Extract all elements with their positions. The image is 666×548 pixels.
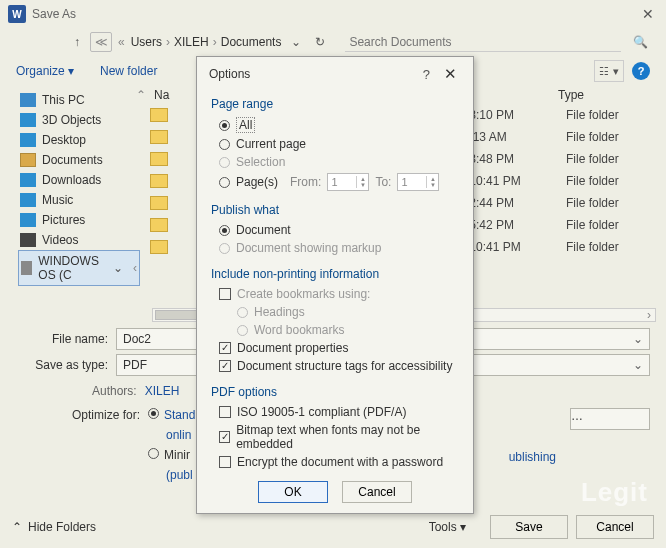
sidebar-item-3d-objects[interactable]: 3D Objects [18, 110, 140, 130]
sidebar-item-pictures[interactable]: Pictures [18, 210, 140, 230]
word-icon: W [8, 5, 26, 23]
to-label: To: [375, 175, 391, 189]
chevron-left-icon[interactable]: ‹ [129, 261, 137, 275]
section-publish-what: Publish what [211, 203, 459, 217]
radio-pages[interactable]: Page(s) From: ▲▼ To: ▲▼ [211, 171, 459, 193]
column-type[interactable]: Type [558, 88, 658, 102]
bottom-bar: ⌃Hide Folders Tools ▾ Save Cancel [0, 512, 666, 542]
radio-selection: Selection [211, 153, 459, 171]
crumb-xileh[interactable]: XILEH [174, 35, 209, 49]
options-dialog: Options ? ✕ Page range All Current page … [196, 56, 474, 514]
check-structure-tags[interactable]: Document structure tags for accessibilit… [211, 357, 459, 375]
cube-icon [20, 113, 36, 127]
chevron-down-icon[interactable]: ⌄ [633, 332, 643, 346]
crumb-documents[interactable]: Documents [221, 35, 282, 49]
type-cell: File folder [566, 240, 666, 254]
view-button[interactable]: ☷ ▾ [594, 60, 624, 82]
check-encrypt[interactable]: Encrypt the document with a password [211, 453, 459, 471]
sidebar-item-music[interactable]: Music [18, 190, 140, 210]
check-bitmap-text[interactable]: Bitmap text when fonts may not be embedd… [211, 421, 459, 453]
optimize-label: Optimize for: [72, 408, 140, 422]
tools-button[interactable]: Tools ▾ [429, 520, 466, 534]
chevron-up-icon[interactable]: ⌃ [136, 88, 146, 102]
chevron-up-icon: ⌃ [12, 520, 22, 534]
authors-value[interactable]: XILEH [145, 384, 180, 398]
help-icon[interactable]: ? [632, 62, 650, 80]
sidebar-item-documents[interactable]: Documents [18, 150, 140, 170]
radio-document[interactable]: Document [211, 221, 459, 239]
dialog-help-icon[interactable]: ? [413, 67, 440, 82]
type-cell: File folder [566, 108, 666, 122]
pc-icon [20, 93, 36, 107]
chevron-right-icon: › [166, 35, 170, 49]
folder-icon [150, 130, 168, 144]
sidebar-item-desktop[interactable]: Desktop [18, 130, 140, 150]
address-bar: ↑ ≪ « Users › XILEH › Documents ⌄ ↻ 🔍 [0, 28, 666, 56]
section-pdf-options: PDF options [211, 385, 459, 399]
folder-icon [150, 174, 168, 188]
publishing-link-fragment[interactable]: ublishing [509, 450, 556, 464]
authors-label: Authors: [92, 384, 137, 398]
dialog-close-icon[interactable]: ✕ [440, 65, 461, 83]
folder-icon [150, 218, 168, 232]
optimize-minimum-radio[interactable]: Minir [148, 448, 195, 462]
disk-icon[interactable]: ≪ [90, 32, 112, 52]
optimize-minimum-sub: (publ [166, 468, 195, 482]
dialog-cancel-button[interactable]: Cancel [342, 481, 412, 503]
cancel-button[interactable]: Cancel [576, 515, 654, 539]
type-cell: File folder [566, 152, 666, 166]
sidebar-item-videos[interactable]: Videos [18, 230, 140, 250]
drive-icon [21, 261, 32, 275]
title-bar: W Save As ✕ [0, 0, 666, 28]
desktop-icon [20, 133, 36, 147]
new-folder-button[interactable]: New folder [100, 64, 157, 78]
chevron-right-icon: › [213, 35, 217, 49]
up-icon[interactable]: ↑ [70, 35, 84, 49]
check-iso[interactable]: ISO 19005-1 compliant (PDF/A) [211, 403, 459, 421]
to-spinner[interactable]: ▲▼ [397, 173, 439, 191]
folder-icon [150, 108, 168, 122]
save-button[interactable]: Save [490, 515, 568, 539]
sidebar-item-windows-drive[interactable]: WINDOWS OS (C⌄‹ [18, 250, 140, 286]
chevron-down-icon[interactable]: ⌄ [287, 35, 305, 49]
chevron-down-icon[interactable]: ⌄ [633, 358, 643, 372]
document-icon [20, 153, 36, 167]
refresh-icon[interactable]: ↻ [311, 35, 329, 49]
search-input[interactable] [345, 33, 621, 52]
section-include: Include non-printing information [211, 267, 459, 281]
options-button[interactable]: … [570, 408, 650, 430]
hide-folders-toggle[interactable]: ⌃Hide Folders [12, 520, 96, 534]
video-icon [20, 233, 36, 247]
dialog-ok-button[interactable]: OK [258, 481, 328, 503]
type-cell: File folder [566, 196, 666, 210]
section-page-range: Page range [211, 97, 459, 111]
optimize-standard-radio[interactable]: Stand [148, 408, 195, 422]
crumb-users[interactable]: Users [131, 35, 162, 49]
organize-button[interactable]: Organize ▾ [16, 64, 74, 78]
sidebar-this-pc[interactable]: This PC [18, 90, 140, 110]
radio-current-page[interactable]: Current page [211, 135, 459, 153]
download-icon [20, 173, 36, 187]
chevron-down-icon: ⌄ [113, 261, 123, 275]
music-icon [20, 193, 36, 207]
radio-all[interactable]: All [211, 115, 459, 135]
filename-label: File name: [16, 332, 116, 346]
radio-headings: Headings [211, 303, 459, 321]
type-cell: File folder [566, 218, 666, 232]
scroll-right-icon[interactable]: › [642, 309, 656, 321]
folder-icon [150, 152, 168, 166]
sidebar-item-downloads[interactable]: Downloads [18, 170, 140, 190]
radio-word-bookmarks: Word bookmarks [211, 321, 459, 339]
window-title: Save As [32, 7, 638, 21]
check-bookmarks: Create bookmarks using: [211, 285, 459, 303]
search-icon[interactable]: 🔍 [627, 35, 654, 49]
type-cell: File folder [566, 174, 666, 188]
savetype-label: Save as type: [16, 358, 116, 372]
breadcrumb[interactable]: Users › XILEH › Documents [131, 35, 282, 49]
picture-icon [20, 213, 36, 227]
from-spinner[interactable]: ▲▼ [327, 173, 369, 191]
optimize-standard-sub: onlin [166, 428, 195, 442]
folder-icon [150, 240, 168, 254]
close-icon[interactable]: ✕ [638, 6, 658, 22]
check-doc-properties[interactable]: Document properties [211, 339, 459, 357]
